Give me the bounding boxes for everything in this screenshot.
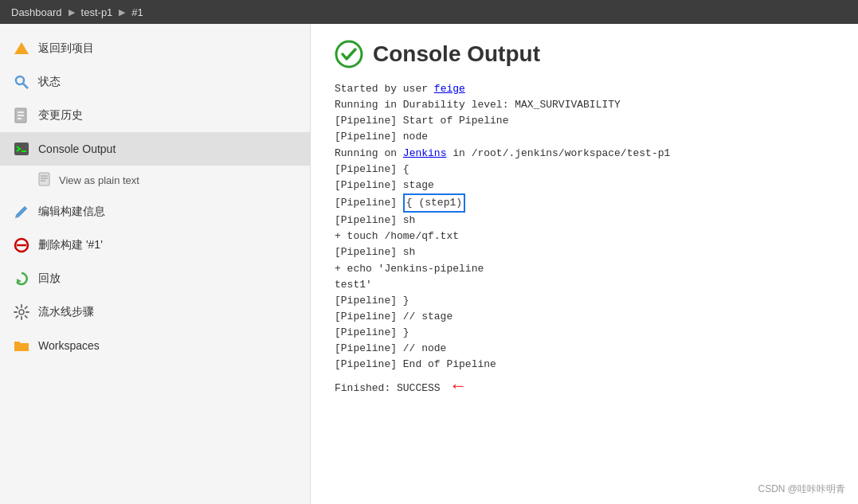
breadcrumb-build[interactable]: #1 [131,6,143,18]
sidebar-item-change-history[interactable]: 变更历史 [0,99,310,132]
terminal-icon [13,140,30,158]
up-arrow-icon [13,40,30,57]
sidebar: 返回到项目 状态 变更历史 [0,24,311,504]
sidebar-label-delete-build: 删除构建 '#1' [38,238,103,252]
main-layout: 返回到项目 状态 变更历史 [0,24,858,504]
jenkins-link[interactable]: Jenkins [403,147,447,159]
success-check-icon [335,40,363,68]
svg-point-16 [19,310,24,315]
sidebar-label-view-plain-text: View as plain text [59,174,139,186]
console-output-text: Started by user feige Running in Durabil… [335,81,834,416]
sidebar-item-back-to-project[interactable]: 返回到项目 [0,32,310,65]
page-icon [38,172,51,189]
red-arrow: ← [453,373,463,400]
sidebar-item-replay[interactable]: 回放 [0,262,310,295]
sidebar-item-console-output[interactable]: Console Output [0,132,310,166]
pencil-icon [13,203,30,221]
sidebar-label-change-history: 变更历史 [38,108,83,123]
svg-point-17 [336,41,362,67]
gear-icon [13,303,30,321]
content-area: Console Output Started by user feige Run… [311,24,858,504]
sidebar-item-pipeline-steps[interactable]: 流水线步骤 [0,295,310,329]
breadcrumb-sep-1: ▶ [69,7,75,18]
svg-rect-9 [39,173,49,186]
sidebar-label-status: 状态 [38,75,61,89]
sidebar-item-view-plain-text[interactable]: View as plain text [0,166,310,195]
sidebar-item-delete-build[interactable]: 删除构建 '#1' [0,229,310,262]
sidebar-item-edit-build-info[interactable]: 编辑构建信息 [0,195,310,229]
svg-line-2 [23,84,28,88]
sidebar-label-pipeline-steps: 流水线步骤 [38,305,94,319]
sidebar-label-back-to-project: 返回到项目 [38,41,94,56]
finished-line: Finished: SUCCESS ← [335,382,464,394]
sidebar-label-console-output: Console Output [38,143,116,155]
search-icon [13,73,30,91]
svg-marker-15 [17,279,22,283]
breadcrumb-bar: Dashboard ▶ test-p1 ▶ #1 [0,0,858,24]
folder-icon [13,337,30,354]
page-title: Console Output [373,41,540,67]
page-title-row: Console Output [335,40,834,68]
no-icon [13,236,30,254]
user-link[interactable]: feige [434,83,465,95]
breadcrumb-sep-2: ▶ [119,7,125,18]
svg-rect-7 [14,143,29,155]
sidebar-item-workspaces[interactable]: Workspaces [0,329,310,362]
line-started-by: Started by user feige Running in Durabil… [335,83,670,370]
doc-icon [13,107,30,124]
svg-point-1 [16,76,24,84]
step1-highlight: { (step1) [403,193,465,213]
sidebar-label-workspaces: Workspaces [38,339,100,352]
sidebar-label-edit-build-info: 编辑构建信息 [38,205,105,219]
replay-icon [13,270,30,287]
breadcrumb-project[interactable]: test-p1 [81,6,113,18]
sidebar-item-status[interactable]: 状态 [0,65,310,99]
svg-marker-0 [14,42,29,54]
sidebar-label-replay: 回放 [38,272,61,286]
watermark: CSDN @哇咔咔明青 [758,483,845,496]
breadcrumb-dashboard[interactable]: Dashboard [11,6,62,18]
